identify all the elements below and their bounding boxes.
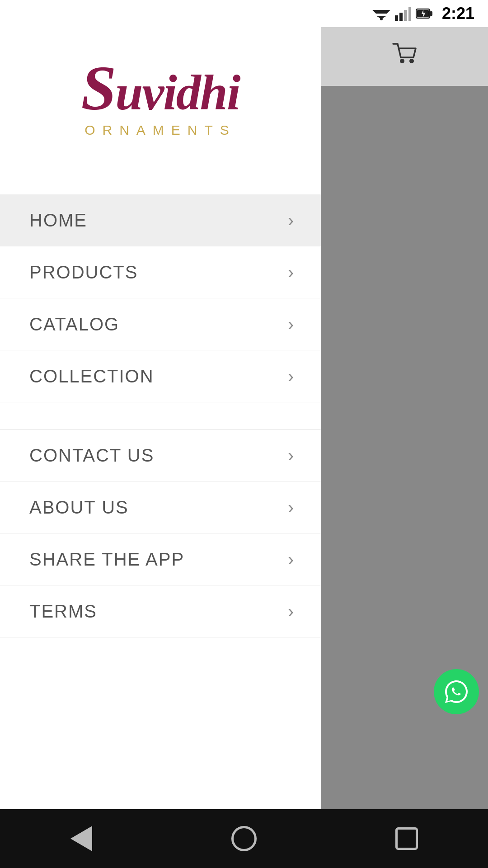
home-icon <box>231 826 257 851</box>
menu-item-home-label: HOME <box>29 210 87 231</box>
menu-item-about-us[interactable]: ABOUT US › <box>0 481 321 533</box>
status-time: 2:21 <box>442 4 474 23</box>
menu-item-products[interactable]: PRODUCTS › <box>0 246 321 298</box>
menu-item-share-the-app-label: SHARE THE APP <box>29 549 184 570</box>
signal-icon <box>395 6 411 21</box>
menu-item-catalog[interactable]: CATALOG › <box>0 298 321 350</box>
menu-divider <box>0 402 321 429</box>
svg-rect-7 <box>408 7 411 21</box>
menu-item-products-label: PRODUCTS <box>29 262 138 283</box>
cart-icon[interactable] <box>391 42 418 72</box>
chevron-right-icon: › <box>288 262 294 283</box>
menu-item-share-the-app[interactable]: SHARE THE APP › <box>0 533 321 585</box>
primary-menu: HOME › PRODUCTS › CATALOG › COLLECTION ›… <box>0 194 321 637</box>
logo-ornaments: ORNAMENTS <box>81 123 239 138</box>
svg-rect-5 <box>399 13 403 21</box>
wifi-icon <box>372 6 390 21</box>
chevron-right-icon: › <box>288 210 294 231</box>
menu-item-contact-us-label: CONTACT US <box>29 445 154 466</box>
back-button[interactable] <box>54 821 108 857</box>
menu-item-contact-us[interactable]: CONTACT US › <box>0 429 321 481</box>
chevron-right-icon: › <box>288 549 294 570</box>
cart-area[interactable] <box>321 27 488 86</box>
menu-item-collection[interactable]: COLLECTION › <box>0 350 321 402</box>
whatsapp-fab[interactable] <box>434 669 479 714</box>
svg-point-12 <box>400 59 404 63</box>
svg-point-3 <box>380 18 383 20</box>
chevron-right-icon: › <box>288 497 294 518</box>
chevron-right-icon: › <box>288 445 294 466</box>
whatsapp-icon <box>443 679 469 705</box>
menu-item-collection-label: COLLECTION <box>29 366 154 387</box>
logo-area: Suvidhi ORNAMENTS <box>0 0 321 194</box>
drawer: Suvidhi ORNAMENTS HOME › PRODUCTS › CATA… <box>0 0 321 868</box>
logo-container: Suvidhi ORNAMENTS <box>81 57 239 138</box>
right-panel <box>321 0 488 868</box>
recents-icon <box>395 827 418 850</box>
recents-button[interactable] <box>380 821 434 857</box>
bottom-nav <box>0 809 488 868</box>
menu-item-terms-label: TERMS <box>29 601 97 622</box>
svg-point-13 <box>409 59 414 63</box>
svg-rect-4 <box>395 15 398 21</box>
battery-icon <box>416 6 433 21</box>
home-button[interactable] <box>217 821 271 857</box>
back-icon <box>70 826 92 851</box>
menu-item-about-us-label: ABOUT US <box>29 497 129 518</box>
chevron-right-icon: › <box>288 366 294 387</box>
status-icons: 2:21 <box>372 4 474 23</box>
chevron-right-icon: › <box>288 314 294 335</box>
svg-rect-6 <box>404 10 407 21</box>
chevron-right-icon: › <box>288 601 294 622</box>
menu-item-home[interactable]: HOME › <box>0 194 321 246</box>
logo-brand: Suvidhi <box>81 57 239 120</box>
status-bar: 2:21 <box>0 0 488 27</box>
menu-item-terms[interactable]: TERMS › <box>0 585 321 637</box>
svg-rect-9 <box>430 11 432 16</box>
menu-item-catalog-label: CATALOG <box>29 314 119 335</box>
